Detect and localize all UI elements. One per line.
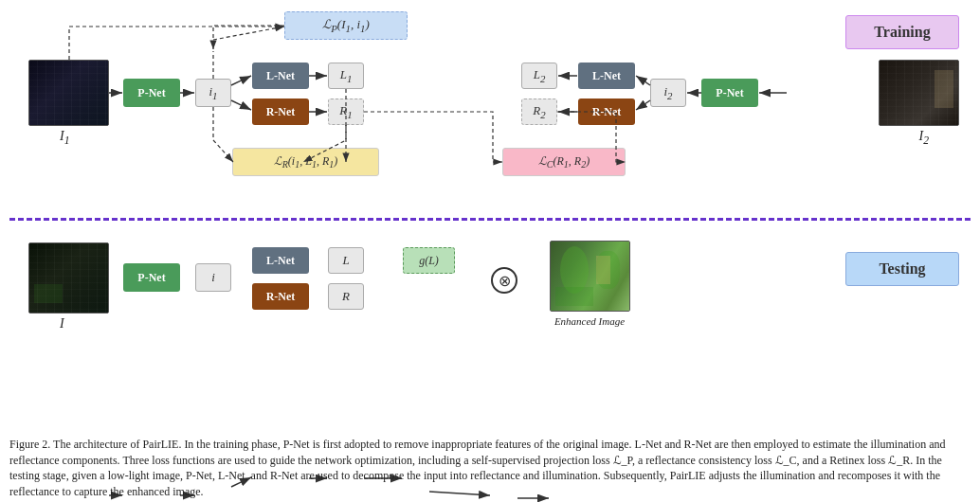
testing-label-box: Testing — [845, 252, 959, 286]
rnet-right: R-Net — [578, 99, 635, 125]
l-box: L — [328, 247, 364, 274]
i1-box: i1 — [195, 79, 231, 107]
lnet-test: L-Net — [252, 247, 309, 274]
testing-section: Testing I P-Net i L-Net R-Net — [9, 224, 971, 375]
svg-line-5 — [231, 100, 251, 110]
pnet-right: P-Net — [701, 79, 758, 107]
svg-line-10 — [636, 76, 650, 85]
training-label: Training — [845, 15, 959, 49]
r2-box: R2 — [521, 99, 557, 125]
svg-line-15 — [213, 27, 284, 40]
gl-box: g(L) — [403, 247, 455, 274]
lnet-right: L-Net — [578, 63, 635, 89]
l2-box: L2 — [521, 63, 557, 89]
training-arrows — [9, 8, 971, 216]
pnet-left: P-Net — [123, 79, 180, 107]
figure-caption: Figure 2. The architecture of PairLIE. I… — [9, 437, 971, 500]
r-box: R — [328, 283, 364, 310]
enhanced-image — [550, 241, 630, 312]
image-I2 — [879, 60, 959, 126]
label-I: I — [60, 316, 64, 332]
r1-box: R1 — [328, 99, 364, 125]
i2-box: i2 — [650, 79, 686, 107]
rnet-test: R-Net — [252, 283, 309, 310]
label-enhanced: Enhanced Image — [542, 315, 637, 327]
main-container: Training ℒP(I1, i1) I1 P-Net i1 L-Net R-… — [0, 0, 980, 502]
image-I1 — [28, 60, 109, 126]
training-section: Training ℒP(I1, i1) I1 P-Net i1 L-Net R-… — [9, 8, 971, 216]
svg-line-4 — [231, 76, 251, 85]
image-I — [28, 242, 109, 314]
label-I2: I2 — [919, 129, 930, 147]
l1-box: L1 — [328, 63, 364, 89]
otimes-symbol: ⊗ — [491, 267, 517, 294]
label-I1: I1 — [60, 129, 70, 147]
pnet-test: P-Net — [123, 263, 180, 292]
loss-p-box: ℒP(I1, i1) — [284, 11, 408, 40]
loss-c-box: ℒC(R1, R2) — [502, 148, 626, 176]
i-box: i — [195, 263, 231, 292]
lnet-left: L-Net — [252, 63, 309, 89]
rnet-left: R-Net — [252, 99, 309, 125]
loss-r-box: ℒR(i1, L1, R1) — [232, 148, 379, 176]
svg-line-11 — [636, 100, 650, 110]
section-divider — [9, 218, 971, 222]
